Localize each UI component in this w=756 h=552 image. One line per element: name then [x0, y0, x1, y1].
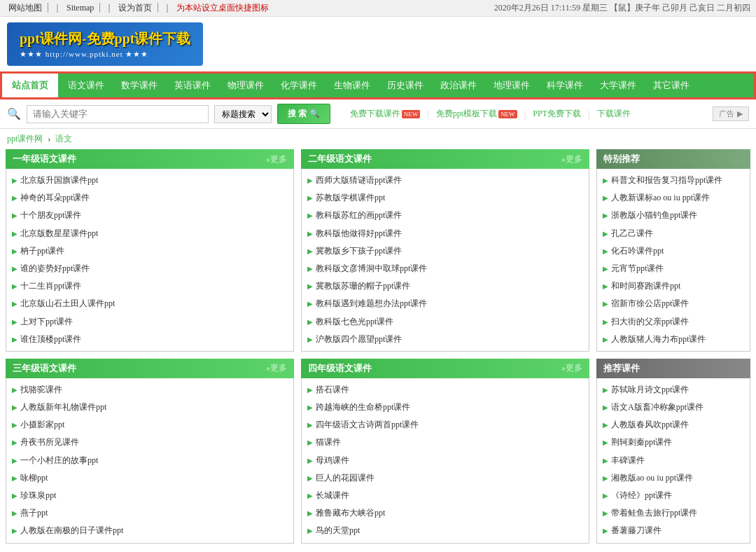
list-item[interactable]: 北京版数星星课件ppt — [12, 225, 288, 242]
free-ppt-link[interactable]: 免费ppt模板下载NEW — [436, 108, 517, 120]
list-item[interactable]: 人教版春风吹ppt课件 — [603, 416, 744, 434]
list-item-link[interactable]: 冀教版乡下孩子ppt课件 — [316, 244, 402, 258]
list-item-link[interactable]: 人教版新年礼物课件ppt — [20, 401, 106, 414]
nav-home[interactable]: 站点首页 — [2, 74, 59, 97]
nav-item-yuwen[interactable]: 语文课件 — [59, 74, 113, 97]
search-button[interactable]: 搜 索 🔍 — [277, 104, 330, 124]
list-item[interactable]: 西师大版猜谜语ppt课件 — [307, 172, 583, 189]
grade1-more[interactable]: »更多 — [266, 153, 287, 165]
nav-item-wuli[interactable]: 物理课件 — [219, 74, 272, 97]
search-type-select[interactable]: 标题搜索 — [214, 105, 272, 123]
list-item[interactable]: 扫大街的父亲ppt课件 — [603, 313, 744, 331]
list-item-link[interactable]: 教科版遇到难题想办法ppt课件 — [316, 297, 427, 310]
nav-item-zhengzhi[interactable]: 政治课件 — [432, 74, 485, 97]
list-item-link[interactable]: 鸟的天堂ppt — [316, 524, 360, 537]
breadcrumb-current[interactable]: 语文 — [55, 134, 72, 144]
list-item-link[interactable]: 北京版升国旗课件ppt — [20, 174, 98, 187]
list-item[interactable]: 十二生肖ppt课件 — [12, 277, 288, 295]
list-item[interactable]: 番薯藤刀课件 — [603, 522, 744, 539]
list-item-link[interactable]: 《诗经》ppt课件 — [611, 489, 672, 502]
nav-item-dili[interactable]: 地理课件 — [485, 74, 538, 97]
list-item[interactable]: 猫课件 — [307, 434, 583, 451]
list-item[interactable]: 人教版新年礼物课件ppt — [12, 399, 288, 416]
list-item-link[interactable]: 北京版数星星课件ppt — [20, 227, 98, 240]
list-item-link[interactable]: 荆轲刺秦ppt课件 — [611, 436, 672, 449]
list-item[interactable]: 丰碑课件 — [603, 452, 744, 469]
list-item-link[interactable]: 神奇的耳朵ppt课件 — [20, 191, 90, 205]
nav-item-lishi[interactable]: 历史课件 — [379, 74, 432, 97]
sitemap-link[interactable]: 网站地图 — [8, 3, 48, 13]
list-item-link[interactable]: 谁的姿势好ppt课件 — [20, 262, 90, 275]
list-item[interactable]: 苏教版学棋课件ppt — [307, 189, 583, 207]
list-item-link[interactable]: 带着鲑鱼去旅行ppt课件 — [611, 506, 697, 520]
search-input[interactable] — [27, 105, 209, 123]
grade2-more[interactable]: »更多 — [561, 153, 582, 165]
set-home-link[interactable]: 设为首页 — [118, 3, 158, 13]
list-item-link[interactable]: 教科版七色光ppt课件 — [316, 315, 393, 329]
list-item[interactable]: 找骆驼课件 — [12, 381, 288, 399]
list-item[interactable]: 咏柳ppt — [12, 469, 288, 487]
list-item[interactable]: 元宵节ppt课件 — [603, 260, 744, 277]
list-item[interactable]: 教科版他做得好ppt课件 — [307, 225, 583, 242]
list-item[interactable]: 神奇的耳朵ppt课件 — [12, 189, 288, 207]
list-item[interactable]: 舟夜书所见课件 — [12, 434, 288, 451]
list-item-link[interactable]: 教科版他做得好ppt课件 — [316, 227, 402, 240]
list-item-link[interactable]: 丰碑课件 — [611, 454, 645, 467]
list-item-link[interactable]: 找骆驼课件 — [20, 383, 62, 396]
list-item-link[interactable]: 人教新课标ao ou iu ppt课件 — [611, 191, 710, 205]
nav-item-kexue[interactable]: 科学课件 — [538, 74, 592, 97]
list-item-link[interactable]: 巨人的花园课件 — [316, 471, 374, 485]
list-item[interactable]: 《诗经》ppt课件 — [603, 487, 744, 504]
list-item[interactable]: 教科版遇到难题想办法ppt课件 — [307, 295, 583, 312]
list-item-link[interactable]: 上对下ppt课件 — [20, 315, 73, 329]
list-item-link[interactable]: 语文A版畜冲称象ppt课件 — [611, 401, 704, 414]
list-item-link[interactable]: 十个朋友ppt课件 — [20, 209, 81, 222]
list-item-link[interactable]: 化石吟课件ppt — [611, 244, 664, 258]
grade3-more[interactable]: »更多 — [266, 362, 287, 374]
list-item-link[interactable]: 人教版春风吹ppt课件 — [611, 418, 689, 432]
list-item-link[interactable]: 教科版苏红的画ppt课件 — [316, 209, 402, 222]
list-item[interactable]: 北京版山石土田人课件ppt — [12, 295, 288, 312]
list-item[interactable]: 一个小村庄的故事ppt — [12, 452, 288, 469]
list-item[interactable]: 孔乙己课件 — [603, 225, 744, 242]
nav-item-shengwu[interactable]: 生物课件 — [326, 74, 379, 97]
list-item[interactable]: 十个朋友ppt课件 — [12, 207, 288, 224]
list-item[interactable]: 北京版升国旗课件ppt — [12, 172, 288, 189]
ppt-free-download-link[interactable]: PPT免费下载 — [533, 108, 581, 120]
nav-item-shuxue[interactable]: 数学课件 — [113, 74, 166, 97]
list-item[interactable]: 谁的姿势好ppt课件 — [12, 260, 288, 277]
list-item-link[interactable]: 元宵节ppt课件 — [611, 262, 664, 275]
list-item-link[interactable]: 燕子ppt — [20, 506, 48, 520]
list-item[interactable]: 四年级语文古诗两首ppt课件 — [307, 416, 583, 434]
list-item-link[interactable]: 苏轼咏月诗文ppt课件 — [611, 383, 689, 396]
list-item-link[interactable]: 沪教版四个愿望ppt课件 — [316, 333, 402, 346]
list-item[interactable]: 教科版七色光ppt课件 — [307, 313, 583, 331]
list-item[interactable]: 搭石课件 — [307, 381, 583, 399]
list-item-link[interactable]: 小摄影家ppt — [20, 418, 64, 432]
list-item-link[interactable]: 番薯藤刀课件 — [611, 524, 662, 537]
list-item-link[interactable]: 湘教版ao ou iu ppt课件 — [611, 471, 693, 485]
list-item-link[interactable]: 跨越海峡的生命桥ppt课件 — [316, 401, 410, 414]
list-item-link[interactable]: 北京版山石土田人课件ppt — [20, 297, 115, 310]
list-item[interactable]: 人教版在南极的日子课件ppt — [12, 522, 288, 539]
list-item-link[interactable]: 雅鲁藏布大峡谷ppt — [316, 506, 385, 520]
list-item[interactable]: 荆轲刺秦ppt课件 — [603, 434, 744, 451]
list-item-link[interactable]: 人教版猪人海力布ppt课件 — [611, 333, 706, 346]
list-item[interactable]: 冀教版乡下孩子ppt课件 — [307, 242, 583, 260]
list-item-link[interactable]: 宿新市徐公店ppt课件 — [611, 297, 689, 310]
list-item[interactable]: 巨人的花园课件 — [307, 469, 583, 487]
list-item-link[interactable]: 西师大版猜谜语ppt课件 — [316, 174, 402, 187]
list-item-link[interactable]: 谁住顶楼ppt课件 — [20, 333, 81, 346]
list-item-link[interactable]: 枘子ppt课件 — [20, 244, 64, 258]
list-item[interactable]: 跨越海峡的生命桥ppt课件 — [307, 399, 583, 416]
list-item[interactable]: 人教新课标ao ou iu ppt课件 — [603, 189, 744, 207]
list-item[interactable]: 带着鲑鱼去旅行ppt课件 — [603, 504, 744, 522]
list-item[interactable]: 燕子ppt — [12, 504, 288, 522]
list-item[interactable]: 教科版文彦博洞中取球ppt课件 — [307, 260, 583, 277]
list-item-link[interactable]: 冀教版苏珊的帽子ppt课件 — [316, 280, 410, 293]
list-item[interactable]: 雅鲁藏布大峡谷ppt — [307, 504, 583, 522]
list-item[interactable]: 苏轼咏月诗文ppt课件 — [603, 381, 744, 399]
list-item-link[interactable]: 舟夜书所见课件 — [20, 436, 79, 449]
list-item[interactable]: 浙教版小猫钓鱼ppt课件 — [603, 207, 744, 224]
list-item[interactable]: 人教版猪人海力布ppt课件 — [603, 331, 744, 348]
